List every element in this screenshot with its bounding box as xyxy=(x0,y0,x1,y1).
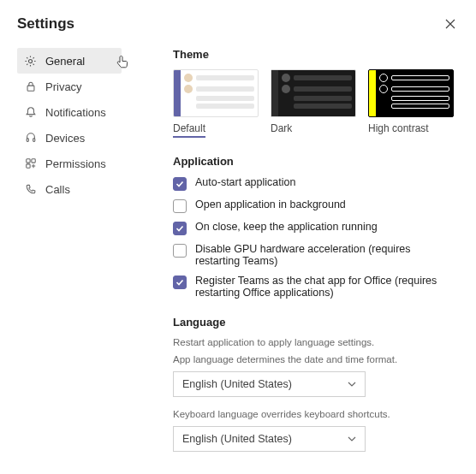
checkbox-disable-gpu[interactable] xyxy=(173,244,187,258)
sidebar-item-label: General xyxy=(45,55,85,68)
gear-icon xyxy=(24,55,37,68)
theme-preview-dark xyxy=(271,69,356,117)
cursor-icon xyxy=(116,55,130,68)
close-button[interactable] xyxy=(443,17,457,31)
keyboard-language-select[interactable]: English (United States) xyxy=(173,426,366,452)
sidebar-item-label: Privacy xyxy=(45,80,82,93)
checkbox-label: Open application in background xyxy=(195,198,346,210)
chevron-down-icon xyxy=(348,435,356,443)
checkbox-label: Register Teams as the chat app for Offic… xyxy=(195,275,454,299)
checkbox-open-background[interactable] xyxy=(173,199,187,213)
headset-icon xyxy=(24,132,37,145)
sidebar-item-calls[interactable]: Calls xyxy=(17,176,122,202)
theme-label: Default xyxy=(173,122,205,138)
language-heading: Language xyxy=(173,316,454,329)
page-title: Settings xyxy=(17,15,74,33)
language-restart-note: Restart application to apply language se… xyxy=(173,337,454,347)
app-language-note: App language determines the date and tim… xyxy=(173,354,454,364)
checkbox-register-chat[interactable] xyxy=(173,276,187,289)
svg-point-0 xyxy=(28,59,32,62)
sidebar: General Privacy Notifications xyxy=(17,48,122,464)
sidebar-item-label: Permissions xyxy=(45,157,106,170)
checkbox-label: Disable GPU hardware acceleration (requi… xyxy=(195,243,454,267)
sidebar-item-notifications[interactable]: Notifications xyxy=(17,99,122,125)
phone-icon xyxy=(24,183,37,196)
app-language-select[interactable]: English (United States) xyxy=(173,371,366,397)
theme-preview-high-contrast xyxy=(368,69,454,117)
checkmark-icon xyxy=(176,180,184,188)
select-value: English (United States) xyxy=(182,378,292,390)
svg-rect-5 xyxy=(31,159,34,163)
close-icon xyxy=(445,19,455,29)
svg-rect-2 xyxy=(27,139,28,142)
select-value: English (United States) xyxy=(182,433,292,445)
checkbox-autostart[interactable] xyxy=(173,177,187,191)
apps-icon xyxy=(24,157,37,170)
checkmark-icon xyxy=(176,224,184,233)
checkbox-label: Auto-start application xyxy=(195,176,295,188)
application-heading: Application xyxy=(173,155,454,168)
theme-option-high-contrast[interactable]: High contrast xyxy=(368,69,454,138)
theme-option-dark[interactable]: Dark xyxy=(271,69,356,138)
keyboard-language-note: Keyboard language overrides keyboard sho… xyxy=(173,409,454,419)
sidebar-item-label: Notifications xyxy=(45,106,106,119)
sidebar-item-privacy[interactable]: Privacy xyxy=(17,74,122,99)
theme-label: Dark xyxy=(271,122,356,134)
chevron-down-icon xyxy=(348,380,356,388)
lock-icon xyxy=(24,80,37,93)
theme-label: High contrast xyxy=(368,122,454,134)
checkbox-keep-running[interactable] xyxy=(173,222,187,235)
svg-rect-4 xyxy=(26,159,29,163)
sidebar-item-general[interactable]: General xyxy=(17,48,122,74)
checkbox-label: On close, keep the application running xyxy=(195,221,378,233)
svg-rect-6 xyxy=(26,164,29,168)
sidebar-item-label: Calls xyxy=(45,183,70,196)
sidebar-item-permissions[interactable]: Permissions xyxy=(17,151,122,176)
sidebar-item-devices[interactable]: Devices xyxy=(17,125,122,151)
svg-rect-3 xyxy=(33,139,34,142)
checkmark-icon xyxy=(176,278,184,287)
theme-option-default[interactable]: Default xyxy=(173,69,259,138)
bell-icon xyxy=(24,106,37,119)
theme-heading: Theme xyxy=(173,48,454,61)
theme-preview-default xyxy=(173,69,259,117)
svg-rect-1 xyxy=(27,86,34,91)
sidebar-item-label: Devices xyxy=(45,132,85,145)
